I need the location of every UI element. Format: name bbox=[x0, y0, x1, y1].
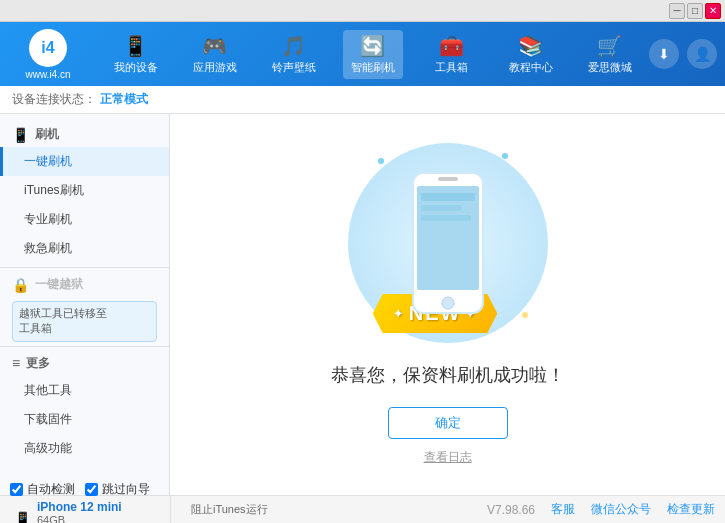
sidebar-item-advanced[interactable]: 高级功能 bbox=[0, 434, 169, 463]
sparkle-1 bbox=[378, 158, 384, 164]
jailbreak-notice: 越狱工具已转移至工具箱 bbox=[12, 301, 157, 342]
sidebar-divider-2 bbox=[0, 346, 169, 347]
nav-weidian-label: 爱思微城 bbox=[588, 60, 632, 75]
user-button[interactable]: 👤 bbox=[687, 39, 717, 69]
skip-wizard-label: 跳过向导 bbox=[102, 481, 150, 498]
logo-icon: i4 bbox=[29, 29, 67, 67]
status-bar: 设备连接状态： 正常模式 bbox=[0, 86, 725, 114]
skip-wizard-checkbox[interactable]: 跳过向导 bbox=[85, 481, 150, 498]
checkboxes-row: 自动检测 跳过向导 bbox=[10, 481, 150, 498]
sparkle-2 bbox=[502, 153, 508, 159]
nav-ringtone-label: 铃声壁纸 bbox=[272, 60, 316, 75]
nav-smart-flash[interactable]: 🔄 智能刷机 bbox=[343, 30, 403, 79]
jailbreak-section-icon: 🔒 bbox=[12, 277, 29, 293]
status-value: 正常模式 bbox=[100, 91, 148, 108]
nav-toolbox[interactable]: 🧰 工具箱 bbox=[422, 30, 482, 79]
device-name: iPhone 12 mini bbox=[37, 500, 126, 514]
phone-illustration: ✦ NEW ✦ bbox=[348, 143, 548, 343]
log-link[interactable]: 查看日志 bbox=[424, 449, 472, 466]
maximize-button[interactable]: □ bbox=[687, 3, 703, 19]
nav-toolbox-icon: 🧰 bbox=[439, 34, 464, 58]
nav-ringtone-icon: 🎵 bbox=[281, 34, 306, 58]
flash-section-title: 刷机 bbox=[35, 126, 59, 143]
title-bar: ─ □ ✕ bbox=[0, 0, 725, 22]
device-info: 📱 iPhone 12 mini 64GB Down-12mini-13,1 bbox=[14, 500, 150, 523]
sidebar-section-more: ≡ 更多 bbox=[0, 351, 169, 376]
sidebar-item-save-flash[interactable]: 救急刷机 bbox=[0, 234, 169, 263]
bottom-bar: 自动检测 跳过向导 📱 iPhone 12 mini 64GB Down-12m… bbox=[0, 495, 725, 523]
nav-weidian[interactable]: 🛒 爱思微城 bbox=[580, 30, 640, 79]
svg-point-5 bbox=[442, 297, 454, 309]
svg-rect-6 bbox=[438, 177, 458, 181]
status-label: 设备连接状态： bbox=[12, 91, 96, 108]
sparkle-3 bbox=[522, 312, 528, 318]
bottom-right: V7.98.66 客服 微信公众号 检查更新 bbox=[487, 501, 715, 518]
flash-section-icon: 📱 bbox=[12, 127, 29, 143]
jailbreak-section-title: 一键越狱 bbox=[35, 276, 83, 293]
nav-ringtone[interactable]: 🎵 铃声壁纸 bbox=[264, 30, 324, 79]
nav-my-device-label: 我的设备 bbox=[114, 60, 158, 75]
service-link[interactable]: 客服 bbox=[551, 501, 575, 518]
logo: i4 www.i4.cn bbox=[8, 29, 88, 80]
svg-rect-4 bbox=[421, 215, 471, 221]
svg-rect-2 bbox=[421, 193, 475, 201]
auto-detect-input[interactable] bbox=[10, 483, 23, 496]
minimize-button[interactable]: ─ bbox=[669, 3, 685, 19]
close-button[interactable]: ✕ bbox=[705, 3, 721, 19]
phone-svg bbox=[403, 168, 493, 318]
download-button[interactable]: ⬇ bbox=[649, 39, 679, 69]
sidebar-item-itunes-flash[interactable]: iTunes刷机 bbox=[0, 176, 169, 205]
itunes-stop[interactable]: 阻止iTunes运行 bbox=[191, 502, 268, 517]
logo-text: www.i4.cn bbox=[25, 69, 70, 80]
device-capacity: 64GB bbox=[37, 514, 126, 523]
nav-tutorial-label: 教程中心 bbox=[509, 60, 553, 75]
nav-smart-flash-label: 智能刷机 bbox=[351, 60, 395, 75]
sidebar-section-jailbreak: 🔒 一键越狱 bbox=[0, 272, 169, 297]
svg-rect-1 bbox=[417, 186, 479, 290]
content-area: ✦ NEW ✦ 恭喜您，保资料刷机成功啦！ 确定 查看日志 bbox=[170, 114, 725, 495]
sidebar: 📱 刷机 一键刷机 iTunes刷机 专业刷机 救急刷机 🔒 一键越狱 越狱工具… bbox=[0, 114, 170, 495]
nav-toolbox-label: 工具箱 bbox=[435, 60, 468, 75]
confirm-button[interactable]: 确定 bbox=[388, 407, 508, 439]
auto-detect-checkbox[interactable]: 自动检测 bbox=[10, 481, 75, 498]
device-icon: 📱 bbox=[14, 511, 31, 523]
skip-wizard-input[interactable] bbox=[85, 483, 98, 496]
nav-my-device-icon: 📱 bbox=[123, 34, 148, 58]
header: i4 www.i4.cn 📱 我的设备 🎮 应用游戏 🎵 铃声壁纸 🔄 智能刷机… bbox=[0, 22, 725, 86]
sidebar-item-other-tools[interactable]: 其他工具 bbox=[0, 376, 169, 405]
nav-smart-flash-icon: 🔄 bbox=[360, 34, 385, 58]
nav-app-game[interactable]: 🎮 应用游戏 bbox=[185, 30, 245, 79]
nav-right: ⬇ 👤 bbox=[649, 39, 717, 69]
version-text: V7.98.66 bbox=[487, 503, 535, 517]
sidebar-item-download-firmware[interactable]: 下载固件 bbox=[0, 405, 169, 434]
nav-my-device[interactable]: 📱 我的设备 bbox=[106, 30, 166, 79]
nav-items: 📱 我的设备 🎮 应用游戏 🎵 铃声壁纸 🔄 智能刷机 🧰 工具箱 📚 教程中心… bbox=[96, 30, 649, 79]
check-update-link[interactable]: 检查更新 bbox=[667, 501, 715, 518]
more-section-icon: ≡ bbox=[12, 355, 20, 371]
more-section-title: 更多 bbox=[26, 355, 50, 372]
svg-rect-3 bbox=[421, 205, 461, 211]
nav-tutorial-icon: 📚 bbox=[518, 34, 543, 58]
sidebar-section-flash: 📱 刷机 bbox=[0, 122, 169, 147]
nav-tutorial[interactable]: 📚 教程中心 bbox=[501, 30, 561, 79]
sidebar-item-pro-flash[interactable]: 专业刷机 bbox=[0, 205, 169, 234]
sidebar-item-one-key-flash[interactable]: 一键刷机 bbox=[0, 147, 169, 176]
nav-app-game-icon: 🎮 bbox=[202, 34, 227, 58]
sidebar-divider-1 bbox=[0, 267, 169, 268]
auto-detect-label: 自动检测 bbox=[27, 481, 75, 498]
main-layout: 📱 刷机 一键刷机 iTunes刷机 专业刷机 救急刷机 🔒 一键越狱 越狱工具… bbox=[0, 114, 725, 495]
nav-app-game-label: 应用游戏 bbox=[193, 60, 237, 75]
device-details-block: iPhone 12 mini 64GB Down-12mini-13,1 bbox=[37, 500, 126, 523]
wechat-link[interactable]: 微信公众号 bbox=[591, 501, 651, 518]
success-text: 恭喜您，保资料刷机成功啦！ bbox=[331, 363, 565, 387]
nav-weidian-icon: 🛒 bbox=[597, 34, 622, 58]
